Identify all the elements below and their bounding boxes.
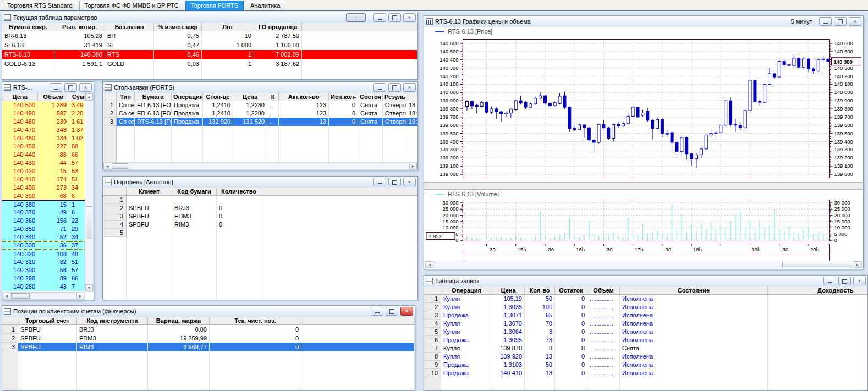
maximize-button[interactable] (388, 83, 401, 92)
column-header[interactable]: Доходность (768, 287, 868, 295)
table-row[interactable]: 140 45022788 (2, 142, 85, 151)
table-row[interactable]: 1Со сеED-6.13 [FORПродажа1,24101,2280..1… (103, 101, 417, 109)
table-row[interactable]: 1 (103, 196, 417, 204)
table-row[interactable]: 6Продажа1,3095730..............Исполнена (424, 336, 867, 344)
table-row[interactable]: 140 41017451 (2, 175, 85, 184)
column-header[interactable]: Объем (38, 93, 69, 101)
column-header[interactable]: Тип (117, 93, 135, 101)
minimize-button[interactable] (373, 13, 386, 22)
table-row[interactable]: 140 380151 (2, 200, 85, 208)
table-row[interactable]: GOLD-6.131 591,1GOLD0,0313 187,62 (2, 59, 417, 69)
chart-titlebar[interactable]: RTS-6.13 Графики цены и объема 5 минут × (424, 16, 863, 27)
table-row[interactable]: 140 4304457 (2, 159, 85, 167)
table-row[interactable]: 140 4601341 02 (2, 134, 85, 142)
orders-titlebar[interactable]: Таблица заявок × (424, 276, 867, 287)
column-header[interactable]: Акт.кол-во (279, 93, 329, 101)
column-header[interactable]: Время (406, 93, 418, 101)
table-row[interactable]: 140 32010848 (2, 250, 85, 258)
column-header[interactable]: Цена (233, 93, 267, 101)
close-button[interactable]: × (79, 83, 92, 92)
column-header[interactable]: Количество (217, 188, 261, 196)
portfolio-titlebar[interactable]: Портфель [Автостоп] × (103, 177, 417, 188)
maximize-button[interactable] (386, 307, 398, 316)
column-header[interactable]: Торговый счет (18, 317, 77, 325)
maximize-button[interactable] (388, 178, 401, 186)
column-header[interactable]: Кол-во (525, 287, 555, 295)
close-button[interactable]: × (849, 17, 861, 26)
workspace-tab-3[interactable]: Торговля FORTS (185, 1, 244, 10)
close-button[interactable]: × (403, 13, 416, 22)
orderbook-hscrollbar[interactable]: ◄ ► (2, 292, 85, 300)
rollup-arrow-button[interactable]: ↓ (346, 13, 366, 22)
column-header[interactable]: Лот (202, 23, 254, 31)
table-row[interactable]: 140 390686 (2, 192, 85, 200)
table-row[interactable]: 140 40027334 (2, 184, 85, 192)
table-row[interactable]: 2Со сеED-6.13 [FORПродажа1,24101,2280..1… (103, 109, 417, 118)
column-header[interactable]: Цена (492, 287, 525, 295)
chart-splitter[interactable] (424, 182, 863, 190)
table-row[interactable]: 1Купля105,19500..............Исполнена (424, 295, 867, 303)
table-row[interactable]: BR-6.13105,28BR0,75102 787,50 (2, 31, 417, 41)
table-row[interactable]: 7Купля139 87088..............Снята (424, 344, 867, 353)
table-row[interactable]: 2SPBFUBRJ30 (103, 204, 417, 212)
table-row[interactable]: 10Продажа140 410130..............Исполне… (424, 369, 867, 377)
table-row[interactable]: 1SPBFUBRJ30,000 (2, 325, 415, 334)
table-row[interactable]: 4SPBFURIM30 (103, 221, 417, 229)
column-header[interactable]: Бумага (135, 93, 172, 101)
table-row[interactable]: 5 (103, 229, 417, 237)
minimize-button[interactable] (371, 307, 383, 316)
positions-titlebar[interactable]: Позиции по клиентским счетам (фьючерсы) … (2, 306, 415, 317)
table-row[interactable]: 8Купля139 920130..............Исполнена (424, 353, 867, 361)
table-row[interactable]: 5Купля1,306430..............Исполнена (424, 328, 867, 336)
table-row[interactable]: 140 4802391 61 (2, 118, 85, 126)
table-row[interactable]: 140 3507129 (2, 225, 85, 233)
column-header[interactable]: Стоп-це (203, 93, 233, 101)
table-row[interactable]: 140 3405234 (2, 233, 85, 241)
table-row[interactable]: 140 280437 (2, 283, 85, 291)
table-row[interactable]: 9Продажа1,3103500..............Исполнена (424, 361, 867, 369)
column-header[interactable]: Операция (441, 287, 492, 295)
orderbook-titlebar[interactable]: RTS-... × (2, 82, 94, 93)
column-header[interactable]: Код инструмента (77, 317, 148, 325)
table-row[interactable]: 3SPBFURIM33 969,770 (2, 343, 415, 351)
stop-orders-titlebar[interactable]: Стоп-заявки (FORTS) × (103, 82, 417, 93)
table-row[interactable]: 140 4905972 20 (2, 109, 85, 118)
maximize-button[interactable] (64, 83, 77, 92)
minimize-button[interactable] (373, 178, 386, 186)
table-row[interactable]: 140 4408866 (2, 151, 85, 159)
table-row[interactable]: 3SPBFUEDM30 (103, 212, 417, 221)
column-header[interactable]: Объем (587, 287, 620, 295)
table-row[interactable]: 3Продажа1,3071650..............Исполнена (424, 311, 867, 320)
column-header[interactable]: Остаток (555, 287, 587, 295)
table-row[interactable]: 4Купля1,3070700..............Исполнена (424, 320, 867, 328)
column-header[interactable]: Рын. котир. (54, 23, 105, 31)
maximize-button[interactable] (834, 17, 847, 26)
table-row[interactable]: 2SPBFUEDM319 259,990 (2, 334, 415, 343)
orderbook-vscrollbar[interactable]: ▲ ▼ (85, 93, 94, 292)
column-header[interactable]: Бумага сокр. (2, 23, 54, 31)
column-header[interactable]: Код бумаги (172, 188, 217, 196)
stop-orders-hscrollbar[interactable]: ◄ ► (103, 162, 417, 170)
column-header[interactable]: Сумм (69, 93, 85, 101)
table-row[interactable]: 140 36015622 (2, 217, 85, 225)
table-row[interactable]: 140 4201553 (2, 167, 85, 175)
table-row[interactable]: 140 3005857 (2, 266, 85, 274)
column-header[interactable]: % измен.закр (154, 23, 202, 31)
minimize-button[interactable] (50, 83, 62, 92)
workspace-tab-1[interactable]: Торговля RTS Standard (2, 1, 78, 10)
column-header[interactable]: ГО продавца (254, 23, 302, 31)
maximize-button[interactable] (838, 277, 851, 285)
close-button[interactable]: × (403, 83, 416, 92)
close-button[interactable]: × (853, 277, 866, 285)
column-header[interactable]: Состояние (620, 287, 768, 295)
close-button[interactable]: × (403, 178, 416, 186)
column-header[interactable]: Исп.кол- (329, 93, 358, 101)
table-row[interactable]: RTS-6.13140 380RTS0,4617 002,09 (2, 50, 417, 59)
table-row[interactable]: 2Купля1,30351000..............Исполнена (424, 303, 867, 311)
column-header[interactable]: Цена (2, 93, 38, 101)
table-row[interactable]: 140 370496 (2, 208, 85, 217)
column-header[interactable]: Операция (172, 93, 203, 101)
table-row[interactable]: 140 3103251 (2, 258, 85, 266)
column-header[interactable]: К (267, 93, 279, 101)
workspace-tab-2[interactable]: Торговля ФС ФБ ММВБ и БР РТС (79, 1, 184, 10)
